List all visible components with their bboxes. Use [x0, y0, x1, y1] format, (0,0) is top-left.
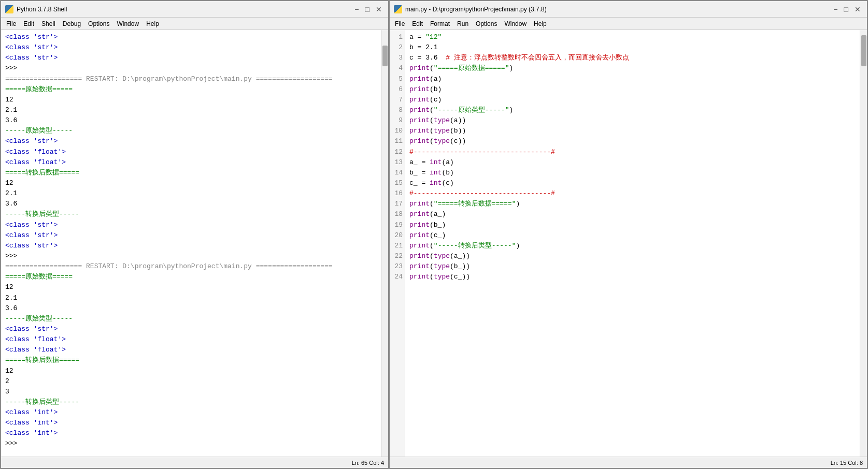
code-line: print("=====原始数据=====") [409, 63, 856, 74]
code-token: ( [430, 106, 434, 114]
menu-window[interactable]: Window [113, 20, 142, 28]
code-token: (a)) [450, 116, 466, 124]
code-token: print [409, 127, 430, 135]
code-token: print [409, 106, 430, 114]
editor-scrollbar[interactable] [860, 30, 867, 457]
shell-line: >>> [5, 251, 377, 261]
shell-line: <class 'float'> [5, 157, 377, 168]
code-token: print [409, 75, 430, 83]
code-token: #----------------------------------# [409, 189, 555, 197]
code-line: print(c) [409, 95, 856, 105]
code-token: "12" [425, 33, 442, 41]
code-token: #----------------------------------# [409, 148, 555, 156]
shell-line: <class 'float'> [5, 334, 377, 345]
menu-help[interactable]: Help [143, 20, 162, 28]
code-token: ) [516, 242, 520, 250]
code-token: b = 2.1 [409, 43, 438, 51]
code-token: print [409, 137, 430, 145]
editor-maximize-button[interactable]: □ [842, 5, 850, 13]
shell-title-text: Python 3.7.8 Shell [17, 6, 67, 13]
editor-menu-file[interactable]: File [392, 20, 408, 28]
code-line: print(type(a_)) [409, 251, 856, 261]
shell-line: -----原始类型----- [5, 314, 377, 324]
code-line: print(type(b)) [409, 126, 856, 136]
shell-window-controls[interactable]: − □ ✕ [352, 5, 384, 13]
shell-line: =====原始数据===== [5, 272, 377, 282]
line-number: 14 [391, 168, 403, 178]
shell-status-text: Ln: 65 Col: 4 [352, 460, 384, 466]
editor-minimize-button[interactable]: − [831, 5, 839, 13]
code-token: print [409, 252, 430, 260]
editor-menu-format[interactable]: Format [427, 20, 453, 28]
code-token: (a_)) [450, 252, 470, 260]
line-number: 9 [391, 115, 403, 126]
line-number: 22 [391, 251, 403, 261]
shell-line: <class 'str'> [5, 53, 377, 63]
shell-line: 12 [5, 366, 377, 376]
shell-scrollbar[interactable] [381, 30, 388, 457]
line-number: 6 [391, 84, 403, 95]
menu-file[interactable]: File [3, 20, 19, 28]
minimize-button[interactable]: − [352, 5, 361, 13]
code-token: type [434, 116, 450, 124]
line-number: 5 [391, 74, 403, 84]
editor-menu-run[interactable]: Run [454, 20, 472, 28]
code-token: ( [430, 273, 434, 281]
editor-scrollbar-thumb[interactable] [861, 35, 866, 66]
line-number: 4 [391, 63, 403, 74]
shell-line: <class 'float'> [5, 147, 377, 157]
editor-title-bar: main.py - D:\program\pythonProject\main.… [390, 1, 867, 18]
editor-close-button[interactable]: ✕ [852, 5, 863, 13]
code-token: print [409, 242, 430, 250]
shell-line: 12 [5, 178, 377, 188]
editor-menu-bar: File Edit Format Run Options Window Help [390, 18, 867, 30]
shell-line: <class 'int'> [5, 418, 377, 428]
code-token: (a) [442, 158, 453, 166]
shell-output[interactable]: <class 'str'><class 'str'><class 'str'>>… [1, 30, 381, 457]
code-token: ( [430, 262, 434, 270]
close-button[interactable]: ✕ [374, 5, 384, 13]
editor-status-bar: Ln: 15 Col: 8 [390, 457, 867, 468]
code-token: (c)) [450, 137, 466, 145]
editor-menu-options[interactable]: Options [473, 20, 500, 28]
menu-debug[interactable]: Debug [60, 20, 84, 28]
menu-shell[interactable]: Shell [38, 20, 59, 28]
code-token: # 注意：浮点数转整数时不会四舍五入，而回直接舍去小数点 [446, 54, 629, 62]
code-token: (b_) [430, 221, 446, 229]
code-token: print [409, 116, 430, 124]
line-number: 7 [391, 95, 403, 105]
shell-title-left: Python 3.7.8 Shell [5, 5, 67, 13]
shell-line: 12 [5, 282, 377, 292]
code-token: print [409, 64, 430, 72]
line-number: 19 [391, 220, 403, 230]
line-number: 18 [391, 209, 403, 219]
shell-line: =====转换后数据===== [5, 355, 377, 365]
code-area[interactable]: a = "12"b = 2.1c = 3.6 # 注意：浮点数转整数时不会四舍五… [405, 30, 860, 457]
editor-menu-window[interactable]: Window [501, 20, 530, 28]
code-token: (b) [430, 85, 442, 93]
code-line: print("-----转换后类型-----") [409, 241, 856, 251]
shell-line: >>> [5, 438, 377, 449]
code-token: (a) [430, 75, 442, 83]
menu-edit[interactable]: Edit [20, 20, 37, 28]
shell-line: =================== RESTART: D:\program\… [5, 261, 377, 272]
code-line: print(c_) [409, 230, 856, 241]
code-line: print("=====转换后数据=====") [409, 199, 856, 209]
maximize-button[interactable]: □ [363, 5, 372, 13]
editor-window-controls[interactable]: − □ ✕ [831, 5, 863, 13]
code-token: print [409, 96, 430, 104]
code-token: ( [430, 242, 434, 250]
shell-line: 3.6 [5, 303, 377, 314]
line-number: 21 [391, 241, 403, 251]
shell-line: 2.1 [5, 105, 377, 115]
code-line: b_ = int(b) [409, 168, 856, 178]
line-number: 3 [391, 53, 403, 63]
editor-menu-edit[interactable]: Edit [409, 20, 426, 28]
line-number: 8 [391, 105, 403, 115]
code-token: a = [409, 33, 425, 41]
shell-line: <class 'float'> [5, 345, 377, 355]
editor-menu-help[interactable]: Help [531, 20, 550, 28]
menu-options[interactable]: Options [85, 20, 112, 28]
shell-scrollbar-thumb[interactable] [382, 46, 388, 66]
code-line: c = 3.6 # 注意：浮点数转整数时不会四舍五入，而回直接舍去小数点 [409, 53, 856, 63]
